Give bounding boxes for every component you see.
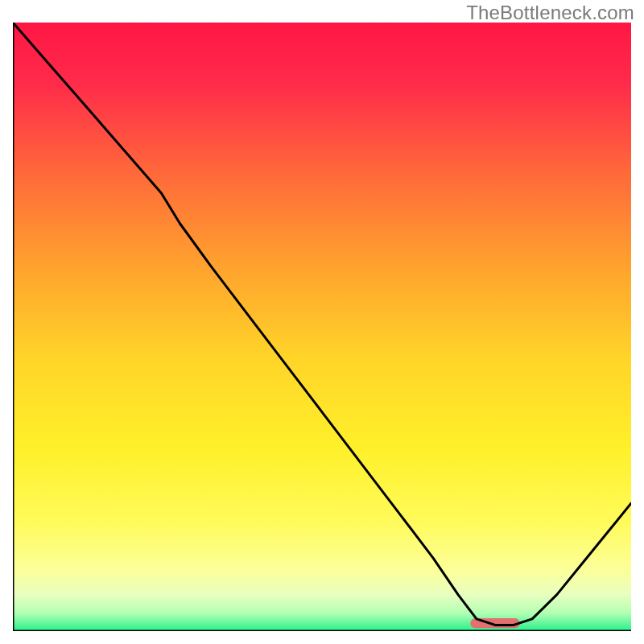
chart-container [13,23,631,631]
plot-background [13,23,631,631]
watermark-text: TheBottleneck.com [466,2,634,24]
chart-svg [13,23,631,631]
